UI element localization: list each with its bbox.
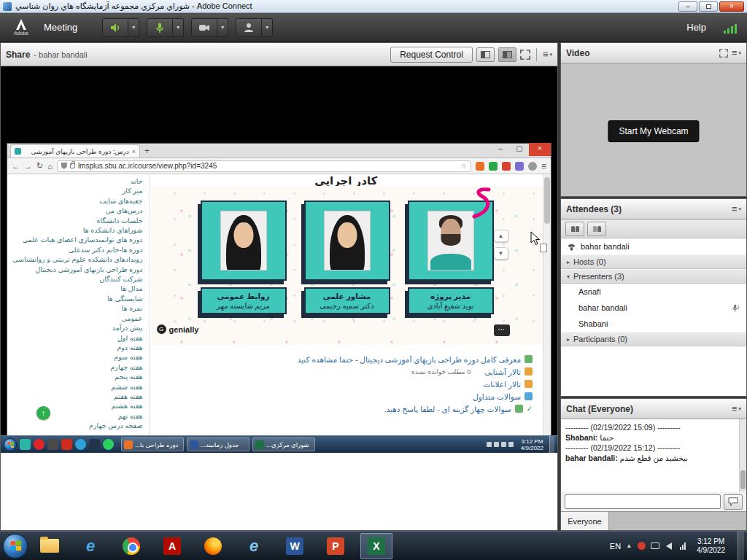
everyone-tab[interactable]: Everyone xyxy=(561,512,609,530)
chat-send-button[interactable] xyxy=(724,494,743,510)
activity-row[interactable]: معرفی کامل دوره طراحی بازیهای آموزشی دیج… xyxy=(150,353,533,365)
whatsapp-icon[interactable] xyxy=(103,439,114,450)
start-button[interactable] xyxy=(3,534,28,559)
sidebar-link[interactable]: هفته سوم xyxy=(10,352,143,362)
sidebar-link[interactable]: هفته پنجم xyxy=(10,372,143,381)
back-icon[interactable]: ← xyxy=(12,162,20,171)
shared-show-desktop-button[interactable] xyxy=(549,436,554,454)
back-to-top-button[interactable]: ↑ xyxy=(36,406,50,420)
sidebar-link[interactable]: میز کار xyxy=(10,186,143,195)
status-dropdown[interactable]: ▼ xyxy=(262,18,273,37)
taskbar-window-button[interactable]: دوره طراحی با... xyxy=(121,438,184,451)
notification-icon[interactable] xyxy=(637,542,646,551)
activity-row[interactable]: تالار اعلانات xyxy=(150,378,533,390)
genially-logo[interactable]: G genially xyxy=(157,324,199,334)
presenter-row[interactable]: Asnafi xyxy=(561,284,746,300)
speaker-button[interactable] xyxy=(102,18,128,37)
language-indicator[interactable]: EN xyxy=(610,542,621,551)
taskbar-clock[interactable]: 3:12 PM 4/9/2022 xyxy=(692,537,729,555)
presenter-row[interactable]: Shabani xyxy=(561,316,746,332)
presenters-group-row[interactable]: ▾ Presenters (3) xyxy=(561,269,746,284)
browser-minimize-button[interactable]: – xyxy=(491,143,510,156)
view-original-size-button[interactable] xyxy=(476,47,495,62)
profile-icon[interactable] xyxy=(528,162,537,171)
telegram-icon[interactable] xyxy=(75,439,86,450)
word-taskbar-item[interactable]: W xyxy=(279,533,311,559)
video-fullscreen-button[interactable] xyxy=(719,49,728,58)
taskbar-window-button[interactable]: جدول زمانبند... xyxy=(187,438,249,451)
sidebar-link[interactable]: هفته هفتم xyxy=(10,392,143,401)
activity-row[interactable]: سوالات چهار گزینه ای - لطفا پاسخ دهید. xyxy=(150,402,533,415)
activity-link[interactable]: تالار اعلانات xyxy=(483,380,521,389)
excel-taskbar-item-active[interactable]: X xyxy=(360,533,392,559)
activity-link[interactable]: تالار آشنایی xyxy=(484,368,521,376)
pinned-app-icon[interactable] xyxy=(47,439,58,450)
chat-input[interactable] xyxy=(565,494,721,509)
extension-icon[interactable] xyxy=(476,162,484,171)
forward-icon[interactable]: → xyxy=(24,162,32,171)
address-bar[interactable]: lmsplus.sbu.ac.ir/course/view.php?id=324… xyxy=(57,160,471,172)
show-desktop-button[interactable] xyxy=(738,532,744,560)
slide-up-button[interactable]: ▲ xyxy=(494,230,508,242)
home-icon[interactable]: ⌂ xyxy=(47,162,53,171)
share-pod-options-button[interactable]: ≡▾ xyxy=(543,51,552,58)
activity-link[interactable]: معرفی کامل دوره طراحی بازیهای آموزشی دیج… xyxy=(298,355,521,364)
hosts-group-row[interactable]: ▸ Hosts (0) xyxy=(561,254,746,269)
sidebar-link[interactable]: هفته دوم xyxy=(10,343,143,352)
sidebar-link[interactable]: هفته اول xyxy=(10,333,143,343)
explorer-taskbar-item[interactable] xyxy=(34,533,66,559)
sidebar-link[interactable]: رویدادهای دانشکده علوم تربیتی و روانشناس… xyxy=(10,254,143,264)
shared-taskbar-clock[interactable]: 3:12 PM 4/9/2022 xyxy=(518,438,546,451)
scrollbar-thumb[interactable] xyxy=(544,177,550,224)
tab-close-icon[interactable]: × xyxy=(132,148,136,155)
sidebar-link[interactable]: نمره ها xyxy=(10,303,143,313)
tracking-shield-icon[interactable] xyxy=(61,163,67,169)
firefox-taskbar-item[interactable] xyxy=(197,533,229,559)
sidebar-link[interactable]: جعبه‌های سایت xyxy=(10,196,143,206)
page-scrollbar[interactable] xyxy=(543,174,551,435)
video-pod-options-button[interactable]: ≡▾ xyxy=(732,50,741,57)
status-button[interactable] xyxy=(236,18,262,37)
pinned-app-icon[interactable] xyxy=(20,439,31,450)
sidebar-link[interactable]: خانه xyxy=(10,176,143,186)
webcam-dropdown[interactable]: ▼ xyxy=(217,18,228,37)
shared-start-button[interactable] xyxy=(4,438,17,451)
presenter-row[interactable]: bahar bandali xyxy=(561,300,746,316)
genially-more-button[interactable]: ⋯ xyxy=(494,324,510,336)
sidebar-link[interactable]: دوره های توانمندسازی اعضای هیات علمی xyxy=(10,235,143,244)
webcam-button[interactable] xyxy=(191,18,217,37)
microphone-dropdown[interactable]: ▼ xyxy=(173,18,184,37)
adobe-reader-icon[interactable] xyxy=(61,439,72,450)
chat-scrollbar-thumb[interactable] xyxy=(740,470,746,489)
sidebar-link[interactable]: هفته چهارم xyxy=(10,362,143,372)
sidebar-link[interactable]: شوراهای دانشکده ها xyxy=(10,225,143,235)
sidebar-link[interactable]: جلسات دانشگاه xyxy=(10,216,143,225)
sidebar-link[interactable]: شایستگی ها xyxy=(10,294,143,303)
dial-in-attendee-row[interactable]: bahar bandali xyxy=(561,238,746,254)
sidebar-link[interactable]: پیش درآمد xyxy=(10,323,143,332)
new-tab-button[interactable]: + xyxy=(144,146,150,156)
network-icon[interactable] xyxy=(678,542,687,551)
activity-row[interactable]: تالار آشنایی 0 مطلب خوانده نشده xyxy=(150,365,533,378)
sidebar-link[interactable]: دوره طراحی بازیهای آموزشی دیجیتال xyxy=(10,265,143,274)
acrobat-taskbar-item[interactable]: A xyxy=(156,533,188,559)
breakout-view-button[interactable] xyxy=(587,222,606,236)
keyboard-icon[interactable] xyxy=(651,542,659,551)
help-menu[interactable]: Help xyxy=(686,22,706,33)
microphone-button[interactable] xyxy=(147,18,173,37)
sidebar-link[interactable]: شرکت کنندگان xyxy=(10,274,143,284)
attendees-pod-options-button[interactable]: ≡▾ xyxy=(732,206,741,213)
minimize-button[interactable]: – xyxy=(678,1,697,12)
attendee-view-button[interactable] xyxy=(565,222,584,236)
browser-tab[interactable]: درس: دوره طراحی بازیهای آموزشی × xyxy=(10,144,140,158)
speaker-dropdown[interactable]: ▼ xyxy=(128,18,139,37)
activity-link[interactable]: سوالات متداول xyxy=(473,392,521,401)
browser-maximize-button[interactable]: ▢ xyxy=(510,143,529,156)
connection-signal-icon[interactable] xyxy=(724,22,737,34)
powerpoint-taskbar-item[interactable]: P xyxy=(320,533,352,559)
meeting-menu[interactable]: Meeting xyxy=(44,22,77,33)
sidebar-link[interactable]: دوره ها-خانم دکتر سدعلی xyxy=(10,245,143,254)
sidebar-link[interactable]: هفته ششم xyxy=(10,382,143,392)
sidebar-link[interactable]: هفته هشتم xyxy=(10,401,143,411)
browser-menu-icon[interactable]: ≡ xyxy=(541,161,546,171)
